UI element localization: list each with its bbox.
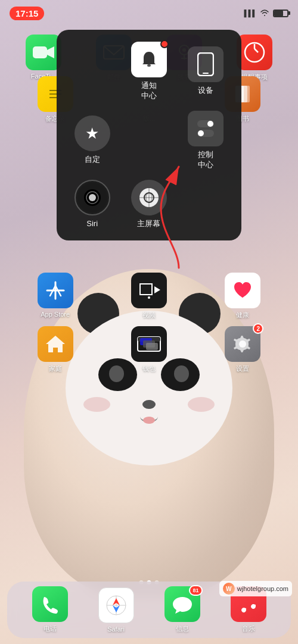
svg-point-24 xyxy=(198,130,204,136)
panda-nose xyxy=(142,400,156,409)
safari-dock-label: Safari xyxy=(107,626,125,633)
status-time: 17:15 xyxy=(10,7,44,20)
control-center-icon xyxy=(188,111,224,146)
phone-dock-icon xyxy=(32,586,68,622)
watermark: W wjhotelgroup.com xyxy=(219,581,292,596)
siri-label: Siri xyxy=(86,219,98,229)
notification-dot xyxy=(160,40,169,48)
svg-rect-43 xyxy=(146,343,158,350)
device-icon xyxy=(188,46,224,82)
health-icon xyxy=(225,273,260,308)
panda-tongue xyxy=(143,417,155,424)
home-icon xyxy=(38,326,73,362)
home-label: 家庭 xyxy=(49,364,62,373)
home-screen-label: 主屏幕 xyxy=(137,219,160,229)
svg-marker-1 xyxy=(47,46,54,58)
notification-center-label: 通知中心 xyxy=(141,81,157,101)
watermark-text: wjhotelgroup.com xyxy=(237,585,288,592)
signal-icon: ▌▌▌ xyxy=(244,10,256,17)
battery-fill xyxy=(274,11,283,16)
svg-marker-35 xyxy=(154,286,160,293)
svg-line-10 xyxy=(254,49,258,52)
dock-phone[interactable]: 电话 xyxy=(29,586,72,633)
control-center-label: 控制中心 xyxy=(198,150,213,170)
reminders-icon xyxy=(237,35,272,70)
safari-dock-icon xyxy=(98,587,134,623)
messages-dock-label: 信息 xyxy=(176,624,189,633)
customize-label: 自定 xyxy=(85,155,100,165)
wallet-icon xyxy=(131,326,167,362)
wallet-label: 钱包 xyxy=(142,364,156,373)
home-screen-item[interactable]: 主屏幕 xyxy=(125,180,172,229)
app-row-main-2: 家庭 钱包 2 设置 xyxy=(0,321,298,378)
notification-icon xyxy=(131,42,167,77)
music-dock-label: 音乐 xyxy=(242,624,255,633)
facetime-icon xyxy=(26,35,61,70)
app-tv[interactable]: 视频 xyxy=(128,273,170,320)
device-label: 设备 xyxy=(198,86,213,96)
app-home[interactable]: 家庭 xyxy=(34,326,77,373)
settings-icon: 2 xyxy=(225,326,260,362)
appstore-label: App Store xyxy=(41,311,70,318)
siri-item[interactable]: Siri xyxy=(69,180,116,229)
svg-rect-17 xyxy=(243,86,250,102)
customize-item[interactable]: ★ 自定 xyxy=(69,115,116,165)
tv-icon xyxy=(131,273,167,308)
appstore-icon xyxy=(38,273,73,308)
app-wallet[interactable]: 钱包 xyxy=(128,326,170,373)
watermark-logo: W xyxy=(223,583,235,595)
settings-label: 设置 xyxy=(236,364,249,373)
app-appstore[interactable]: App Store xyxy=(34,273,77,320)
panda-cheek-right xyxy=(188,397,215,412)
notification-center-item[interactable]: 通知中心 xyxy=(125,42,172,101)
control-center-item[interactable]: 控制中心 xyxy=(182,111,229,170)
battery-icon xyxy=(273,10,288,17)
svg-point-36 xyxy=(148,296,150,299)
panda-cheek-left xyxy=(83,397,110,412)
dock-messages[interactable]: 信息 81 xyxy=(161,586,204,633)
svg-marker-37 xyxy=(46,336,65,352)
app-health[interactable]: 健康 xyxy=(221,273,264,320)
status-bar: 17:15 ▌▌▌ xyxy=(0,0,298,26)
messages-badge: 81 xyxy=(189,585,202,596)
app-settings[interactable]: 2 设置 xyxy=(221,326,264,373)
dock-safari[interactable]: Safari xyxy=(95,587,138,633)
customize-icon: ★ xyxy=(74,115,110,151)
app-row-main-1: App Store 视频 健康 xyxy=(0,268,298,324)
wifi-icon xyxy=(260,8,269,18)
svg-rect-19 xyxy=(198,53,213,76)
svg-point-27 xyxy=(89,194,96,201)
settings-badge: 2 xyxy=(253,323,263,334)
quick-actions-popup: 通知中心 设备 ★ 自定 控制中心 xyxy=(57,30,241,240)
status-icons: ▌▌▌ xyxy=(244,8,288,18)
device-item[interactable]: 设备 xyxy=(182,46,229,96)
health-label: 健康 xyxy=(236,311,249,320)
home-screen-icon xyxy=(131,180,167,215)
tv-label: 视频 xyxy=(142,311,156,320)
phone-dock-label: 电话 xyxy=(44,624,57,633)
svg-point-22 xyxy=(207,121,213,127)
siri-icon xyxy=(74,180,110,215)
svg-rect-0 xyxy=(33,46,47,58)
svg-rect-18 xyxy=(147,64,151,67)
